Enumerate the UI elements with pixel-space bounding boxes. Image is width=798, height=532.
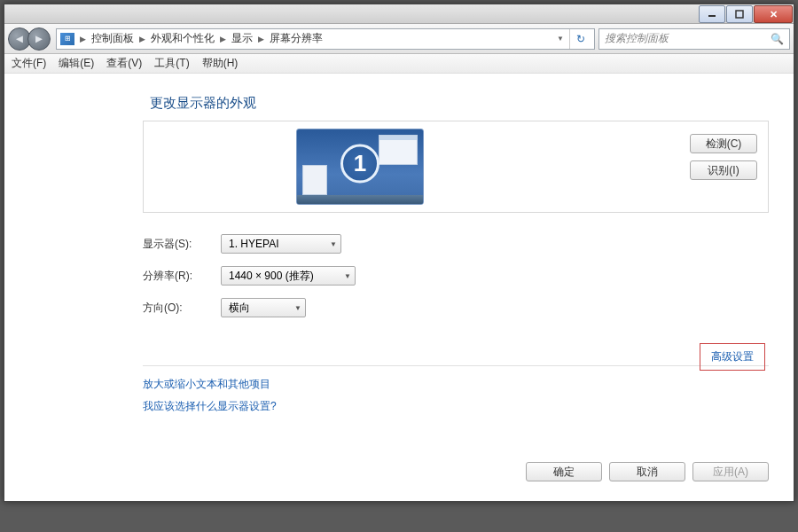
detect-button[interactable]: 检测(C) bbox=[690, 134, 757, 153]
preview-window-icon bbox=[302, 165, 327, 195]
minimize-button[interactable] bbox=[699, 5, 725, 23]
advanced-settings-link[interactable]: 高级设置 bbox=[700, 343, 765, 371]
menu-file[interactable]: 文件(F) bbox=[12, 56, 46, 71]
breadcrumb-separator-icon: ▶ bbox=[218, 35, 228, 43]
search-placeholder: 搜索控制面板 bbox=[605, 31, 669, 46]
forward-button[interactable]: ► bbox=[27, 27, 51, 51]
breadcrumb-separator-icon: ▶ bbox=[137, 35, 147, 43]
address-dropdown-icon[interactable]: ▼ bbox=[553, 35, 567, 43]
search-icon[interactable]: 🔍 bbox=[771, 33, 784, 45]
chevron-down-icon: ▼ bbox=[294, 304, 301, 312]
display-select[interactable]: 1. HYEPAI ▼ bbox=[221, 234, 341, 254]
menu-tools[interactable]: 工具(T) bbox=[154, 56, 189, 71]
text-size-link[interactable]: 放大或缩小文本和其他项目 bbox=[143, 377, 769, 392]
identify-button[interactable]: 识别(I) bbox=[690, 160, 757, 180]
navbar: ◄ ► ⊞ ▶ 控制面板 ▶ 外观和个性化 ▶ 显示 ▶ 屏幕分辨率 ▼ ↻ 搜… bbox=[4, 24, 794, 54]
resolution-select[interactable]: 1440 × 900 (推荐) ▼ bbox=[221, 266, 356, 286]
display-label: 显示器(S): bbox=[143, 237, 221, 252]
menu-view[interactable]: 查看(V) bbox=[106, 56, 142, 71]
breadcrumb-separator-icon: ▶ bbox=[76, 35, 88, 43]
search-input[interactable]: 搜索控制面板 🔍 bbox=[598, 28, 790, 50]
chevron-down-icon: ▼ bbox=[330, 240, 337, 248]
display-value: 1. HYEPAI bbox=[229, 238, 278, 250]
page-title: 更改显示器的外观 bbox=[150, 95, 769, 112]
control-panel-window: ✕ ◄ ► ⊞ ▶ 控制面板 ▶ 外观和个性化 ▶ 显示 ▶ 屏幕分辨率 ▼ ↻… bbox=[4, 4, 794, 502]
svg-rect-1 bbox=[736, 11, 743, 18]
maximize-button[interactable] bbox=[726, 5, 753, 23]
chevron-down-icon: ▼ bbox=[344, 272, 351, 280]
orientation-value: 横向 bbox=[229, 301, 250, 316]
control-panel-icon: ⊞ bbox=[60, 33, 74, 45]
breadcrumb-level1[interactable]: 外观和个性化 bbox=[149, 31, 216, 46]
monitor-preview[interactable]: 1 bbox=[296, 129, 424, 205]
preview-window-icon bbox=[379, 135, 418, 165]
settings-form: 显示器(S): 1. HYEPAI ▼ 分辨率(R): 1440 × 900 (… bbox=[143, 234, 769, 317]
menu-edit[interactable]: 编辑(E) bbox=[59, 56, 94, 71]
apply-button: 应用(A) bbox=[692, 462, 769, 481]
breadcrumb-level3[interactable]: 屏幕分辨率 bbox=[268, 31, 325, 46]
preview-taskbar-icon bbox=[297, 195, 423, 204]
dialog-footer: 确定 取消 应用(A) bbox=[526, 462, 769, 481]
svg-rect-0 bbox=[708, 15, 716, 17]
menu-help[interactable]: 帮助(H) bbox=[202, 56, 239, 71]
address-bar[interactable]: ⊞ ▶ 控制面板 ▶ 外观和个性化 ▶ 显示 ▶ 屏幕分辨率 ▼ ↻ bbox=[56, 28, 595, 50]
resolution-label: 分辨率(R): bbox=[143, 269, 221, 284]
content-area: 更改显示器的外观 1 检测(C) 识别(I) 显示器(S): 1. HYEPAI bbox=[4, 74, 794, 501]
divider bbox=[143, 365, 769, 366]
refresh-button[interactable]: ↻ bbox=[569, 29, 591, 49]
orientation-select[interactable]: 横向 ▼ bbox=[221, 298, 306, 317]
breadcrumb-root[interactable]: 控制面板 bbox=[90, 31, 136, 46]
breadcrumb-level2[interactable]: 显示 bbox=[230, 31, 254, 46]
menubar: 文件(F) 编辑(E) 查看(V) 工具(T) 帮助(H) bbox=[4, 54, 794, 74]
help-choose-link[interactable]: 我应该选择什么显示器设置? bbox=[143, 399, 769, 414]
titlebar: ✕ bbox=[4, 4, 794, 24]
monitor-number-badge: 1 bbox=[340, 144, 379, 183]
close-button[interactable]: ✕ bbox=[754, 5, 793, 23]
orientation-label: 方向(O): bbox=[143, 301, 221, 316]
resolution-value: 1440 × 900 (推荐) bbox=[229, 269, 314, 284]
display-preview-box: 1 检测(C) 识别(I) bbox=[143, 121, 769, 213]
breadcrumb-separator-icon: ▶ bbox=[256, 35, 266, 43]
cancel-button[interactable]: 取消 bbox=[609, 462, 685, 481]
ok-button[interactable]: 确定 bbox=[526, 462, 602, 481]
